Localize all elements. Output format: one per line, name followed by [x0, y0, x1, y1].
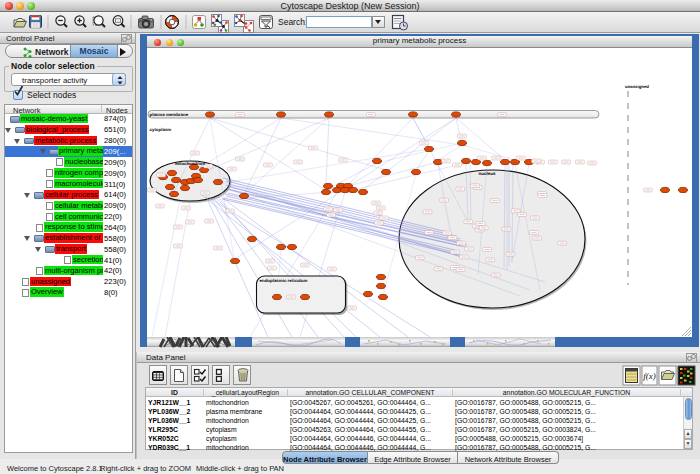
- svg-text:endoplasmic reticulum: endoplasmic reticulum: [260, 278, 308, 283]
- svg-text:mitochondrion: mitochondrion: [175, 161, 205, 166]
- svg-text:plasma membrane: plasma membrane: [150, 112, 189, 117]
- svg-text:nucleus: nucleus: [478, 171, 495, 176]
- svg-text:unassigned: unassigned: [625, 84, 649, 89]
- svg-text:cytoplasm: cytoplasm: [150, 127, 172, 132]
- svg-text:f(x): f(x): [643, 371, 656, 381]
